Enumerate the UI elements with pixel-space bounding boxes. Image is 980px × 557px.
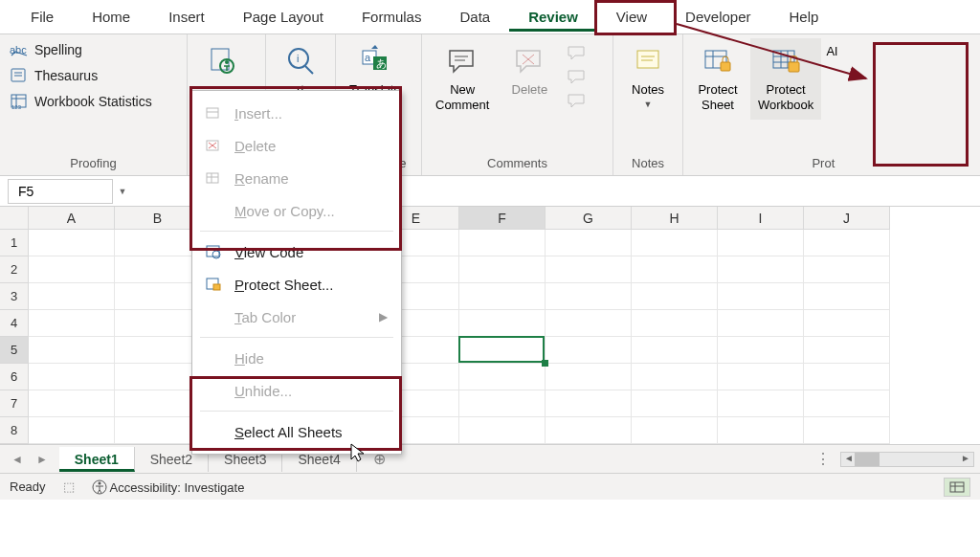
cell[interactable] xyxy=(115,337,201,364)
cell[interactable] xyxy=(459,337,546,364)
menu-item-protect-sheet-[interactable]: Protect Sheet... xyxy=(192,268,401,301)
row-header[interactable]: 2 xyxy=(0,256,29,283)
workbook-stats-button[interactable]: 123 Workbook Statistics xyxy=(6,90,156,113)
cell[interactable] xyxy=(804,390,890,417)
tab-data[interactable]: Data xyxy=(440,2,509,32)
row-header[interactable]: 6 xyxy=(0,364,29,390)
row-header[interactable]: 7 xyxy=(0,390,29,417)
cell[interactable] xyxy=(459,417,546,444)
cell[interactable] xyxy=(804,230,890,256)
select-all-cell[interactable] xyxy=(0,207,29,230)
cell[interactable] xyxy=(632,364,718,390)
cell[interactable] xyxy=(29,310,115,337)
horizontal-scrollbar[interactable]: ◄► xyxy=(840,452,974,467)
tab-home[interactable]: Home xyxy=(73,2,149,32)
cell[interactable] xyxy=(459,230,546,256)
cell[interactable] xyxy=(459,256,546,283)
cell[interactable] xyxy=(546,310,632,337)
check-accessibility-button[interactable] xyxy=(193,38,251,88)
cell[interactable] xyxy=(804,283,890,310)
cell[interactable] xyxy=(804,256,890,283)
cell[interactable] xyxy=(632,417,718,444)
col-header[interactable]: G xyxy=(546,207,632,230)
protect-sheet-button[interactable]: Protect Sheet xyxy=(689,38,746,120)
cell[interactable] xyxy=(459,364,546,390)
cell[interactable] xyxy=(804,337,890,364)
cell[interactable] xyxy=(546,256,632,283)
col-header[interactable]: F xyxy=(459,207,546,230)
cell[interactable] xyxy=(29,364,115,390)
cell[interactable] xyxy=(115,310,201,337)
cell[interactable] xyxy=(115,283,201,310)
allow-edit-button[interactable]: Al xyxy=(825,38,838,65)
row-header[interactable]: 5 xyxy=(0,337,29,364)
cell[interactable] xyxy=(115,417,201,444)
cell[interactable] xyxy=(718,256,804,283)
show-comments-button[interactable] xyxy=(562,90,590,111)
cell[interactable] xyxy=(804,417,890,444)
cell[interactable] xyxy=(546,390,632,417)
tab-developer[interactable]: Developer xyxy=(666,2,769,32)
cell[interactable] xyxy=(632,283,718,310)
notes-button[interactable]: Notes ▼ xyxy=(619,38,677,117)
tab-insert[interactable]: Insert xyxy=(149,2,224,32)
prev-comment-button[interactable] xyxy=(562,42,590,63)
cell[interactable] xyxy=(718,364,804,390)
cell[interactable] xyxy=(718,417,804,444)
cell[interactable] xyxy=(718,337,804,364)
cell[interactable] xyxy=(29,230,115,256)
name-box[interactable]: F5 xyxy=(8,179,113,204)
cell[interactable] xyxy=(459,283,546,310)
cell[interactable] xyxy=(718,230,804,256)
col-header[interactable]: B xyxy=(115,207,201,230)
cell[interactable] xyxy=(546,417,632,444)
delete-comment-button[interactable]: Delete xyxy=(501,38,558,103)
menu-item-view-code[interactable]: View Code xyxy=(192,235,401,268)
new-comment-button[interactable]: New Comment xyxy=(428,38,497,120)
cell[interactable] xyxy=(29,256,115,283)
cell[interactable] xyxy=(718,283,804,310)
cell[interactable] xyxy=(718,390,804,417)
cell[interactable] xyxy=(804,364,890,390)
cell[interactable] xyxy=(459,310,546,337)
spelling-button[interactable]: abc Spelling xyxy=(6,38,156,61)
col-header[interactable]: H xyxy=(632,207,718,230)
row-header[interactable]: 8 xyxy=(0,417,29,444)
tab-view[interactable]: View xyxy=(597,2,666,32)
cell[interactable] xyxy=(29,417,115,444)
col-header[interactable]: A xyxy=(29,207,115,230)
cell[interactable] xyxy=(632,256,718,283)
cell[interactable] xyxy=(632,230,718,256)
cell[interactable] xyxy=(632,337,718,364)
col-header[interactable]: J xyxy=(804,207,890,230)
col-header[interactable]: I xyxy=(718,207,804,230)
cell[interactable] xyxy=(29,337,115,364)
cell[interactable] xyxy=(115,230,201,256)
cell[interactable] xyxy=(546,230,632,256)
cell[interactable] xyxy=(632,390,718,417)
worksheet-grid[interactable]: ABCDEFGHIJ12345678 xyxy=(0,207,980,444)
tab-formulas[interactable]: Formulas xyxy=(343,2,441,32)
cell[interactable] xyxy=(632,310,718,337)
row-header[interactable]: 1 xyxy=(0,230,29,256)
cell[interactable] xyxy=(115,364,201,390)
thesaurus-button[interactable]: Thesaurus xyxy=(6,64,156,87)
menu-item-select-all-sheets[interactable]: Select All Sheets xyxy=(192,415,401,448)
cell[interactable] xyxy=(546,364,632,390)
sheet-nav[interactable]: ◄► xyxy=(0,453,59,466)
cell[interactable] xyxy=(115,390,201,417)
tab-page-layout[interactable]: Page Layout xyxy=(224,2,343,32)
tab-review[interactable]: Review xyxy=(509,2,597,32)
tab-help[interactable]: Help xyxy=(769,2,837,32)
cell[interactable] xyxy=(546,337,632,364)
cell[interactable] xyxy=(29,283,115,310)
cell[interactable] xyxy=(718,310,804,337)
cell[interactable] xyxy=(29,390,115,417)
normal-view-button[interactable] xyxy=(944,478,970,497)
status-accessibility[interactable]: Accessibility: Investigate xyxy=(92,479,245,495)
tab-file[interactable]: File xyxy=(11,2,73,32)
cell[interactable] xyxy=(546,283,632,310)
chevron-down-icon[interactable]: ▼ xyxy=(113,187,132,196)
protect-workbook-button[interactable]: Protect Workbook xyxy=(750,38,821,120)
cell[interactable] xyxy=(804,310,890,337)
